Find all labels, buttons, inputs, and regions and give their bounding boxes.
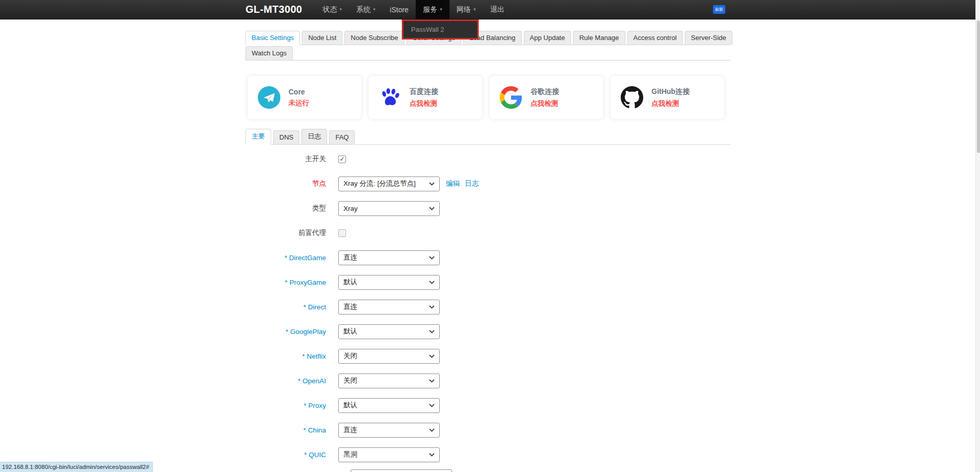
select-chevron-icon: [429, 207, 435, 210]
baidu-paw-icon: [379, 86, 401, 109]
proxygame-select[interactable]: 默认: [338, 275, 440, 290]
node-select[interactable]: Xray 分流: [分流总节点]: [338, 176, 440, 191]
nav-item-network[interactable]: 网络 ▾: [450, 0, 483, 19]
node-log-link[interactable]: 日志: [465, 179, 479, 188]
google-check-link[interactable]: 点我检测: [530, 99, 559, 108]
basic-settings-form: 主开关 ✓ 节点 Xray 分流: [分流总节点] 编辑 日志 类型 Xray …: [246, 147, 730, 467]
china-label-link[interactable]: * China: [246, 426, 338, 434]
partial-next-select[interactable]: [351, 469, 452, 472]
nav-item-status[interactable]: 状态 ▾: [316, 0, 350, 19]
nav-item-logout[interactable]: 退出: [483, 0, 512, 19]
status-cards: Core 未运行 百度连接 点我检测 谷歌连接 点我检测: [248, 76, 724, 119]
form-row-proxy: * Proxy 默认: [246, 393, 730, 418]
select-chevron-icon: [429, 428, 435, 432]
main-switch-checkbox[interactable]: ✓: [338, 155, 346, 163]
top-navbar: GL-MT3000 状态 ▾ 系统 ▾ iStore 服务 ▾ 网络 ▾ 退出: [0, 0, 980, 19]
nav-item-services[interactable]: 服务 ▾: [416, 0, 450, 19]
menu-item-passwall2[interactable]: PassWall 2: [403, 26, 444, 33]
tab-access-control[interactable]: Access control: [627, 31, 683, 45]
type-select[interactable]: Xray: [338, 201, 440, 216]
form-row-pre-proxy: 前置代理 ✓: [246, 221, 730, 245]
baidu-check-card[interactable]: 百度连接 点我检测: [369, 76, 482, 119]
caret-down-icon: ▾: [474, 7, 476, 12]
direct-select[interactable]: 直连: [338, 300, 440, 314]
field-label: 主开关: [246, 154, 338, 164]
subtab-log[interactable]: 日志: [301, 129, 327, 144]
select-chevron-icon: [429, 379, 435, 383]
baidu-check-link[interactable]: 点我检测: [410, 99, 438, 108]
check-icon: ✓: [339, 155, 344, 163]
select-chevron-icon: [429, 355, 435, 358]
form-row-main-switch: 主开关 ✓: [246, 147, 730, 171]
settings-subtabbar: 主要 DNS 日志 FAQ: [246, 129, 730, 145]
tab-basic-settings[interactable]: Basic Settings: [246, 31, 300, 45]
node-edit-link[interactable]: 编辑: [446, 179, 460, 188]
form-row-proxygame: * ProxyGame 默认: [246, 270, 730, 294]
tab-node-subscribe[interactable]: Node Subscribe: [344, 31, 404, 45]
subtab-dns[interactable]: DNS: [273, 130, 299, 144]
form-row-netflix: * Netflix 关闭: [246, 344, 730, 368]
card-title: GitHub连接: [651, 87, 690, 96]
passwall-tabbar: Basic Settings Node List Node Subscribe …: [246, 31, 730, 61]
card-title: 谷歌连接: [530, 87, 559, 96]
netflix-label-link[interactable]: * Netflix: [246, 352, 338, 360]
field-label: 节点: [246, 179, 338, 188]
github-icon: [621, 86, 643, 109]
page-scrollbar-thumb[interactable]: [977, 21, 980, 153]
tab-server-side[interactable]: Server-Side: [685, 31, 732, 45]
proxygame-label-link[interactable]: * ProxyGame: [246, 279, 338, 286]
form-row-googleplay: * GooglePlay 默认: [246, 319, 730, 344]
device-brand: GL-MT3000: [246, 4, 302, 15]
google-check-card[interactable]: 谷歌连接 点我检测: [489, 76, 603, 119]
netflix-select[interactable]: 关闭: [338, 349, 440, 364]
direct-label-link[interactable]: * Direct: [246, 303, 338, 311]
proxy-label-link[interactable]: * Proxy: [246, 402, 338, 409]
googleplay-label-link[interactable]: * GooglePlay: [246, 328, 338, 336]
caret-down-icon: ▾: [373, 7, 376, 12]
field-label: 类型: [246, 204, 338, 213]
china-select[interactable]: 直连: [338, 423, 440, 438]
github-check-link[interactable]: 点我检测: [651, 99, 690, 108]
core-status-card: Core 未运行: [248, 76, 361, 119]
quic-label-link[interactable]: * QUIC: [246, 451, 338, 459]
auto-refresh-button[interactable]: 刷新: [713, 5, 725, 14]
subtab-faq[interactable]: FAQ: [329, 130, 355, 144]
nav-item-system[interactable]: 系统 ▾: [349, 0, 383, 19]
pre-proxy-checkbox[interactable]: ✓: [338, 229, 346, 237]
select-chevron-icon: [429, 453, 435, 457]
link-preview-statusbar: 192.168.8.1:8080/cgi-bin/luci/admin/serv…: [0, 462, 153, 472]
caret-down-icon: ▾: [340, 7, 342, 12]
select-chevron-icon: [429, 330, 435, 333]
openai-select[interactable]: 关闭: [338, 373, 440, 388]
select-chevron-icon: [429, 305, 435, 309]
github-check-card[interactable]: GitHub连接 点我检测: [610, 76, 724, 119]
field-label: 前置代理: [246, 228, 338, 238]
form-row-openai: * OpenAI 关闭: [246, 368, 730, 393]
proxy-select[interactable]: 默认: [338, 398, 440, 413]
tab-node-list[interactable]: Node List: [302, 31, 342, 45]
quic-select[interactable]: 黑洞: [338, 447, 440, 462]
select-chevron-icon: [429, 256, 435, 260]
google-icon: [500, 86, 522, 109]
card-title: 百度连接: [410, 87, 438, 96]
googleplay-select[interactable]: 默认: [338, 324, 440, 339]
services-dropdown: PassWall 2: [402, 19, 479, 40]
tab-rule-manage[interactable]: Rule Manage: [573, 31, 625, 45]
select-chevron-icon: [429, 404, 435, 407]
core-status-text: 未运行: [289, 99, 310, 108]
form-row-china: * China 直连: [246, 418, 730, 442]
form-row-direct: * Direct 直连: [246, 294, 730, 319]
telegram-icon: [258, 86, 280, 109]
form-row-type: 类型 Xray: [246, 196, 730, 221]
tab-watch-logs[interactable]: Watch Logs: [246, 46, 293, 60]
directgame-label-link[interactable]: * DirectGame: [246, 254, 338, 262]
form-row-quic: * QUIC 黑洞: [246, 442, 730, 467]
select-chevron-icon: [429, 281, 435, 284]
nav-item-istore[interactable]: iStore: [383, 0, 416, 19]
tab-app-update[interactable]: App Update: [524, 31, 571, 45]
card-title: Core: [289, 88, 310, 96]
page-scrollbar-track[interactable]: [975, 0, 980, 472]
directgame-select[interactable]: 直连: [338, 250, 440, 265]
subtab-main[interactable]: 主要: [246, 129, 271, 145]
openai-label-link[interactable]: * OpenAI: [246, 377, 338, 385]
